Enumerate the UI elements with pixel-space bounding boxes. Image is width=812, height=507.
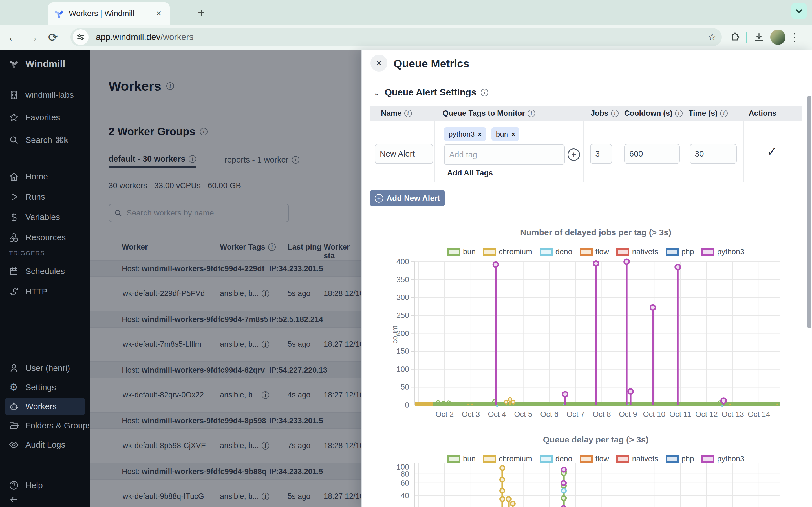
url-text[interactable]: app.windmill.dev/workers bbox=[96, 32, 193, 42]
star-icon bbox=[8, 112, 19, 123]
drawer-title: Queue Metrics bbox=[394, 57, 469, 70]
browser-tabstrip: Workers | Windmill ✕ + bbox=[0, 0, 812, 25]
sidebar-item-audit-logs[interactable]: Audit Logs bbox=[0, 435, 90, 455]
cooldown-input[interactable] bbox=[624, 144, 680, 164]
browser-menu-button[interactable]: ⋮ bbox=[787, 25, 802, 50]
tag-pill-bun[interactable]: bunx bbox=[492, 127, 520, 141]
alert-name-input[interactable] bbox=[375, 144, 433, 164]
svg-text:50: 50 bbox=[401, 383, 409, 391]
sidebar-item-folders[interactable]: Folders & Groups... bbox=[0, 415, 90, 436]
add-new-alert-button[interactable]: + Add New Alert bbox=[370, 190, 445, 207]
legend-swatch bbox=[540, 248, 553, 256]
add-all-tags-link[interactable]: Add All Tags bbox=[447, 169, 493, 177]
download-icon bbox=[753, 32, 765, 43]
sidebar-item-http[interactable]: HTTP bbox=[0, 281, 90, 302]
remove-tag-icon[interactable]: x bbox=[511, 130, 515, 138]
legend-item-nativets[interactable]: nativets bbox=[616, 247, 658, 256]
info-icon[interactable]: i bbox=[611, 110, 619, 117]
add-tag-input[interactable] bbox=[444, 144, 565, 165]
help-icon bbox=[8, 480, 19, 491]
sidebar-collapse[interactable] bbox=[0, 490, 90, 507]
drawer-scrollbar[interactable] bbox=[807, 96, 811, 328]
info-icon[interactable]: i bbox=[720, 110, 728, 117]
sidebar-item-settings[interactable]: ⚙ Settings bbox=[0, 377, 90, 397]
downloads-button[interactable] bbox=[751, 25, 767, 50]
legend-swatch bbox=[580, 248, 593, 256]
jobs-input[interactable] bbox=[590, 144, 612, 164]
sidebar-logo[interactable]: Windmill bbox=[0, 54, 90, 74]
workspace: Windmill windmill-labs Favorites bbox=[0, 50, 812, 507]
svg-text:350: 350 bbox=[396, 276, 409, 284]
info-icon[interactable]: i bbox=[675, 110, 682, 117]
tab-close-icon[interactable]: ✕ bbox=[153, 8, 164, 19]
building-icon bbox=[8, 90, 19, 100]
info-icon[interactable]: i bbox=[481, 89, 488, 96]
sidebar-section-triggers: TRIGGERS bbox=[9, 249, 45, 257]
close-drawer-button[interactable]: ✕ bbox=[370, 55, 388, 71]
svg-text:Oct 12: Oct 12 bbox=[695, 410, 718, 418]
info-icon[interactable]: i bbox=[527, 110, 535, 117]
sidebar-item-workspace[interactable]: windmill-labs bbox=[0, 85, 90, 105]
time-input[interactable] bbox=[690, 144, 737, 164]
tag-pills: python3x bunx bbox=[444, 127, 519, 141]
svg-text:400: 400 bbox=[396, 258, 409, 266]
svg-text:80: 80 bbox=[401, 470, 409, 478]
col-name: Namei bbox=[381, 108, 412, 118]
address-bar[interactable]: app.windmill.dev/workers ☆ bbox=[70, 28, 722, 46]
legend-item-flow[interactable]: flow bbox=[580, 247, 609, 256]
sidebar-item-workers[interactable]: Workers bbox=[0, 396, 90, 416]
legend-label: deno bbox=[555, 247, 572, 256]
svg-text:Oct 13: Oct 13 bbox=[721, 410, 744, 418]
legend-swatch bbox=[666, 248, 679, 256]
tag-pill-python3[interactable]: python3x bbox=[444, 127, 486, 141]
svg-text:Oct 9: Oct 9 bbox=[619, 410, 637, 418]
browser-tab[interactable]: Workers | Windmill ✕ bbox=[48, 2, 170, 25]
svg-text:count: count bbox=[393, 325, 399, 343]
forward-button[interactable]: → bbox=[24, 25, 41, 50]
profile-avatar[interactable] bbox=[770, 30, 785, 45]
tab-title: Workers | Windmill bbox=[69, 9, 153, 18]
sidebar-item-user[interactable]: User (henri) bbox=[0, 358, 90, 378]
remove-tag-icon[interactable]: x bbox=[478, 130, 481, 138]
sidebar-item-runs[interactable]: Runs bbox=[0, 187, 90, 207]
legend-swatch bbox=[702, 248, 714, 256]
drawer-backdrop[interactable] bbox=[90, 50, 361, 507]
info-icon[interactable]: i bbox=[404, 110, 412, 117]
sidebar-item-home[interactable]: Home bbox=[0, 166, 90, 187]
chart1-title: Number of delayed jobs per tag (> 3s) bbox=[393, 228, 799, 237]
col-queue-tags: Queue Tags to Monitori bbox=[443, 108, 535, 118]
site-settings-icon[interactable] bbox=[73, 29, 89, 45]
svg-text:Oct 3: Oct 3 bbox=[462, 410, 480, 418]
legend-label: python3 bbox=[717, 247, 744, 256]
arrow-left-icon bbox=[8, 494, 19, 505]
legend-label: chromium bbox=[499, 247, 532, 256]
svg-text:Oct 8: Oct 8 bbox=[593, 410, 611, 418]
legend-item-deno[interactable]: deno bbox=[540, 247, 572, 256]
sidebar-item-resources[interactable]: Resources bbox=[0, 227, 90, 247]
legend-label: php bbox=[681, 247, 694, 256]
tab-search-button[interactable] bbox=[791, 3, 807, 19]
alert-table-header bbox=[370, 106, 802, 121]
dollar-icon bbox=[8, 212, 19, 223]
legend-item-chromium[interactable]: chromium bbox=[483, 247, 532, 256]
back-button[interactable]: ← bbox=[4, 25, 21, 50]
calendar-icon bbox=[8, 266, 19, 277]
add-tag-button[interactable]: + bbox=[567, 149, 580, 161]
legend-item-php[interactable]: php bbox=[666, 247, 694, 256]
legend-item-python3[interactable]: python3 bbox=[702, 247, 744, 256]
sidebar-item-favorites[interactable]: Favorites bbox=[0, 107, 90, 128]
queue-alert-settings-header[interactable]: ⌄ Queue Alert Settings i bbox=[373, 87, 488, 98]
sidebar-item-search[interactable]: Search ⌘k bbox=[0, 130, 90, 150]
sidebar-item-schedules[interactable]: Schedules bbox=[0, 261, 90, 281]
confirm-alert-button[interactable]: ✓ bbox=[767, 145, 777, 159]
bookmark-star-icon[interactable]: ☆ bbox=[708, 31, 717, 43]
queue-delay-chart: 100806040 bbox=[393, 431, 799, 507]
new-tab-button[interactable]: + bbox=[195, 6, 208, 20]
legend-item-bun[interactable]: bun bbox=[447, 247, 476, 256]
reload-button[interactable]: ⟳ bbox=[45, 25, 61, 50]
sidebar-item-variables[interactable]: Variables bbox=[0, 207, 90, 227]
col-time: Time (s)i bbox=[689, 108, 728, 118]
extensions-button[interactable] bbox=[726, 25, 743, 50]
svg-text:300: 300 bbox=[396, 293, 409, 302]
svg-text:Oct 14: Oct 14 bbox=[748, 410, 770, 418]
